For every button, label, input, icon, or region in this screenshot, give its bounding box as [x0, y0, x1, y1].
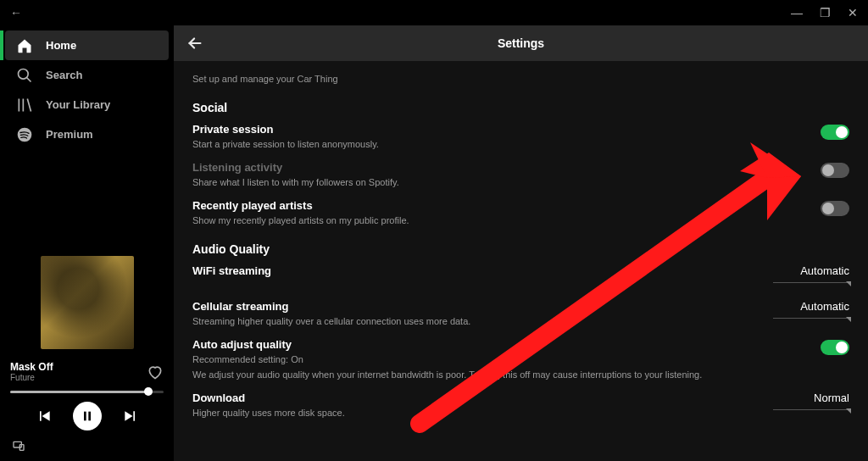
setting-car-thing-desc: Set up and manage your Car Thing: [192, 74, 849, 84]
auto-adjust-quality-toggle[interactable]: [821, 340, 849, 355]
window-minimize-button[interactable]: —: [787, 5, 806, 20]
main-panel: Settings Car Thing Set up and manage you…: [174, 25, 868, 461]
setting-title: Download: [192, 392, 345, 404]
search-icon: [15, 66, 34, 85]
setting-auto-adjust-quality: Auto adjust quality Recommended setting:…: [192, 338, 849, 364]
auto-adjust-note: We adjust your audio quality when your i…: [192, 369, 803, 380]
setting-private-session: Private session Start a private session …: [192, 123, 849, 149]
listening-activity-toggle[interactable]: [821, 163, 849, 178]
setting-listening-activity: Listening activity Share what I listen t…: [192, 161, 849, 187]
sidebar-item-search[interactable]: Search: [5, 60, 169, 90]
sidebar-item-label: Premium: [46, 128, 93, 141]
window-close-button[interactable]: ✕: [844, 5, 861, 20]
setting-recently-played-artists: Recently played artists Show my recently…: [192, 199, 849, 225]
app-window: ← — ❐ ✕ Home: [0, 0, 868, 461]
cellular-streaming-select[interactable]: Automatic: [773, 300, 849, 324]
setting-title: Auto adjust quality: [192, 338, 303, 351]
connect-device-icon[interactable]: [12, 439, 162, 453]
private-session-toggle[interactable]: [821, 125, 849, 140]
svg-point-0: [19, 69, 29, 79]
svg-rect-6: [88, 412, 91, 421]
select-value: Normal: [814, 392, 849, 404]
svg-rect-5: [84, 412, 86, 421]
next-button[interactable]: [122, 408, 139, 425]
play-pause-button[interactable]: [73, 402, 102, 430]
settings-back-button[interactable]: [186, 34, 204, 53]
progress-fill: [10, 391, 148, 393]
sidebar-item-label: Search: [46, 69, 82, 81]
settings-content: Car Thing Set up and manage your Car Thi…: [174, 61, 868, 461]
spotify-icon: [15, 125, 34, 144]
like-button[interactable]: [147, 364, 164, 380]
setting-description: Recommended setting: On: [192, 354, 303, 364]
settings-header: Settings: [174, 25, 868, 61]
sidebar-item-library[interactable]: Your Library: [5, 90, 169, 119]
sidebar: Home Search Your Library: [0, 25, 174, 461]
page-title: Settings: [174, 36, 868, 50]
progress-knob[interactable]: [144, 387, 153, 396]
window-restore-button[interactable]: ❐: [816, 5, 834, 20]
setting-title: WiFi streaming: [192, 264, 271, 277]
setting-download-quality: Download Higher quality uses more disk s…: [192, 392, 849, 418]
sidebar-nav: Home Search Your Library: [0, 31, 174, 149]
progress-bar[interactable]: [10, 391, 164, 393]
select-value: Automatic: [800, 264, 849, 277]
chevron-down-icon: [846, 317, 851, 322]
setting-description: Streaming higher quality over a cellular…: [192, 316, 470, 326]
recently-played-artists-toggle[interactable]: [821, 201, 849, 216]
section-audio-quality: Audio Quality: [192, 242, 849, 256]
now-playing-panel: Mask Off Future: [0, 256, 174, 461]
titlebar: ← — ❐ ✕: [0, 0, 868, 25]
track-title: Mask Off: [10, 361, 53, 373]
chevron-down-icon: [846, 408, 851, 414]
track-artist: Future: [10, 373, 53, 382]
sidebar-active-indicator: [0, 31, 3, 60]
previous-button[interactable]: [36, 408, 53, 425]
history-back-button[interactable]: ←: [7, 5, 25, 20]
download-quality-select[interactable]: Normal: [773, 392, 849, 415]
home-icon: [15, 36, 34, 55]
setting-title: Listening activity: [192, 161, 399, 174]
setting-description: Start a private session to listen anonym…: [192, 139, 379, 149]
sidebar-item-label: Your Library: [46, 98, 110, 111]
svg-line-1: [27, 77, 31, 81]
sidebar-item-premium[interactable]: Premium: [5, 119, 169, 149]
library-icon: [15, 96, 34, 114]
setting-description: Show my recently played artists on my pu…: [192, 215, 409, 225]
section-social: Social: [192, 101, 849, 114]
wifi-streaming-select[interactable]: Automatic: [773, 264, 849, 288]
sidebar-item-label: Home: [46, 39, 76, 52]
setting-description: Higher quality uses more disk space.: [192, 408, 345, 418]
setting-wifi-streaming: WiFi streaming Automatic: [192, 264, 849, 288]
chevron-down-icon: [846, 281, 851, 286]
setting-title: Private session: [192, 123, 379, 136]
setting-description: Share what I listen to with my followers…: [192, 177, 399, 187]
setting-title: Cellular streaming: [192, 300, 470, 313]
select-value: Automatic: [800, 300, 849, 313]
player-controls: [7, 402, 167, 436]
sidebar-item-home[interactable]: Home: [5, 31, 169, 60]
app-body: Home Search Your Library: [0, 25, 868, 461]
setting-cellular-streaming: Cellular streaming Streaming higher qual…: [192, 300, 849, 326]
setting-title: Recently played artists: [192, 199, 409, 212]
album-art[interactable]: [41, 256, 134, 349]
track-metadata[interactable]: Mask Off Future: [10, 361, 53, 382]
